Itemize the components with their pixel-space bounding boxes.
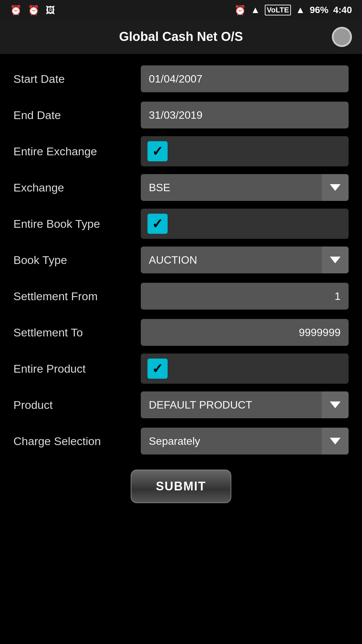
status-bar: ⏰ ⏰ 🖼 ⏰ ▲ VoLTE ▲ 96% 4:40 <box>0 0 362 20</box>
charge-selection-dropdown[interactable]: Separately <box>141 428 349 454</box>
exchange-row: Exchange BSE <box>13 172 349 203</box>
chevron-down-icon-4 <box>330 438 341 444</box>
product-row: Product DEFAULT PRODUCT <box>13 390 349 420</box>
start-date-control <box>141 65 349 92</box>
settlement-to-control <box>141 319 349 346</box>
entire-book-type-label: Entire Book Type <box>13 217 141 230</box>
checkmark-icon: ✓ <box>152 145 163 158</box>
exchange-control: BSE <box>141 174 349 201</box>
settlement-to-label: Settlement To <box>13 326 141 339</box>
entire-exchange-checkbox[interactable]: ✓ <box>147 141 168 161</box>
product-control: DEFAULT PRODUCT <box>141 391 349 418</box>
entire-product-control: ✓ <box>141 354 349 384</box>
avatar-image <box>334 29 350 45</box>
alarm-icon-2: ⏰ <box>28 5 40 16</box>
chevron-down-icon-3 <box>330 401 341 408</box>
chevron-down-icon <box>330 184 341 191</box>
status-bar-right: ⏰ ▲ VoLTE ▲ 96% 4:40 <box>234 5 352 16</box>
entire-book-type-checkbox-container: ✓ <box>141 209 349 239</box>
entire-product-label: Entire Product <box>13 362 141 375</box>
entire-product-checkbox-container: ✓ <box>141 354 349 384</box>
volte-icon: VoLTE <box>265 5 291 15</box>
charge-selection-value: Separately <box>141 435 322 447</box>
product-value: DEFAULT PRODUCT <box>141 399 322 411</box>
chevron-down-icon-2 <box>330 257 341 263</box>
end-date-input[interactable] <box>141 102 349 128</box>
checkmark-icon-2: ✓ <box>152 217 163 230</box>
book-type-dropdown-arrow <box>322 247 349 273</box>
product-label: Product <box>13 398 141 412</box>
entire-exchange-row: Entire Exchange ✓ <box>13 136 349 166</box>
settlement-from-input[interactable] <box>141 283 349 310</box>
settlement-to-input[interactable] <box>141 319 349 346</box>
form-container: Start Date End Date Entire Exchange ✓ Ex… <box>0 54 362 533</box>
image-icon: 🖼 <box>46 5 55 16</box>
book-type-label: Book Type <box>13 254 141 267</box>
entire-product-checkbox[interactable]: ✓ <box>147 359 168 379</box>
battery-level: 96% <box>310 5 328 15</box>
charge-selection-control: Separately <box>141 428 349 454</box>
product-dropdown-arrow <box>322 391 349 418</box>
avatar[interactable] <box>332 27 352 47</box>
checkmark-icon-3: ✓ <box>152 362 163 375</box>
entire-exchange-label: Entire Exchange <box>13 145 141 158</box>
alarm-icon-3: ⏰ <box>234 5 246 16</box>
settlement-from-control <box>141 283 349 310</box>
product-dropdown[interactable]: DEFAULT PRODUCT <box>141 391 349 418</box>
exchange-dropdown-arrow <box>322 174 349 201</box>
exchange-label: Exchange <box>13 181 141 194</box>
entire-product-row: Entire Product ✓ <box>13 354 349 384</box>
status-bar-left: ⏰ ⏰ 🖼 <box>10 5 55 16</box>
submit-button[interactable]: SUBMIT <box>131 470 231 503</box>
book-type-row: Book Type AUCTION <box>13 245 349 275</box>
entire-book-type-control: ✓ <box>141 209 349 239</box>
submit-container: SUBMIT <box>13 470 349 523</box>
exchange-dropdown[interactable]: BSE <box>141 174 349 201</box>
entire-book-type-row: Entire Book Type ✓ <box>13 209 349 239</box>
book-type-control: AUCTION <box>141 247 349 273</box>
charge-selection-dropdown-arrow <box>322 428 349 454</box>
start-date-input[interactable] <box>141 65 349 92</box>
wifi-icon: ▲ <box>251 5 260 15</box>
book-type-dropdown[interactable]: AUCTION <box>141 247 349 273</box>
exchange-value: BSE <box>141 181 322 194</box>
book-type-value: AUCTION <box>141 254 322 266</box>
entire-exchange-control: ✓ <box>141 136 349 166</box>
page-title: Global Cash Net O/S <box>119 30 243 44</box>
charge-selection-label: Charge Selection <box>13 435 141 448</box>
signal-icon: ▲ <box>296 5 305 15</box>
charge-selection-row: Charge Selection Separately <box>13 426 349 456</box>
settlement-to-row: Settlement To <box>13 317 349 347</box>
entire-exchange-checkbox-container: ✓ <box>141 136 349 166</box>
end-date-label: End Date <box>13 109 141 122</box>
start-date-label: Start Date <box>13 72 141 86</box>
settlement-from-row: Settlement From <box>13 281 349 311</box>
settlement-from-label: Settlement From <box>13 290 141 303</box>
entire-book-type-checkbox[interactable]: ✓ <box>147 214 168 234</box>
app-header: Global Cash Net O/S <box>0 20 362 54</box>
time-display: 4:40 <box>333 5 352 15</box>
start-date-row: Start Date <box>13 64 349 94</box>
end-date-row: End Date <box>13 100 349 130</box>
end-date-control <box>141 102 349 128</box>
alarm-icon-1: ⏰ <box>10 5 22 16</box>
